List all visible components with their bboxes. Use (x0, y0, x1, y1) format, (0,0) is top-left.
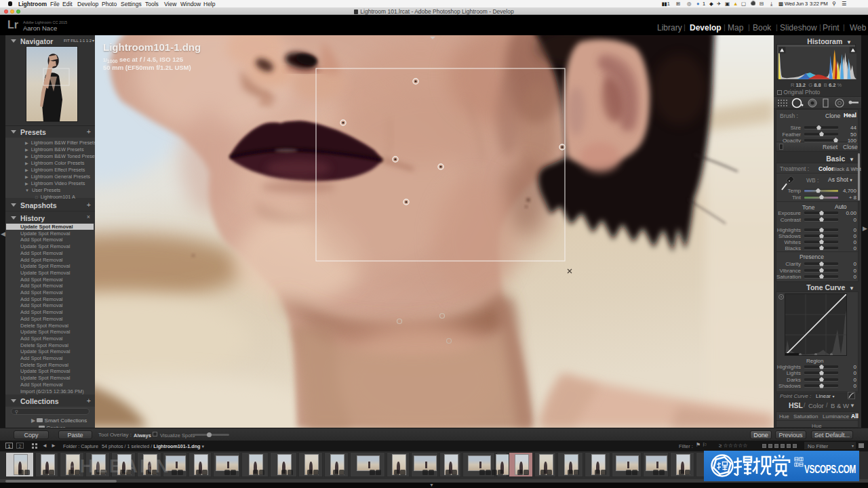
svg-text:50 mm (EF50mm f/1.2L USM): 50 mm (EF50mm f/1.2L USM) (103, 64, 191, 71)
svg-text:Lightroom101-1.dng: Lightroom101-1.dng (103, 41, 201, 53)
svg-text:VSCOPS.COM: VSCOPS.COM (804, 464, 856, 475)
